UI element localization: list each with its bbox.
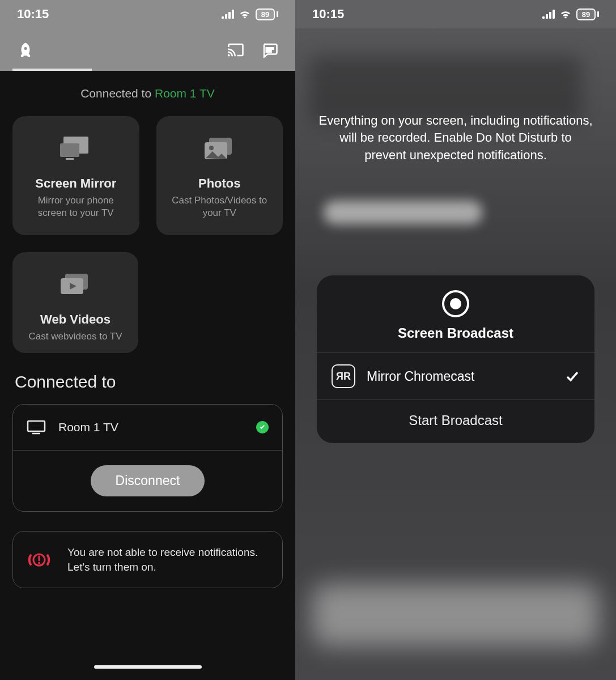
svg-rect-1: [60, 143, 79, 157]
notification-text: You are not able to receive notification…: [67, 545, 269, 574]
screen-broadcast-card: Screen Broadcast ЯR Mirror Chromecast St…: [317, 275, 594, 443]
wifi-icon: [239, 8, 251, 20]
tile-subtitle: Mirror your phone screen to your TV: [23, 194, 129, 219]
connected-device-row[interactable]: Room 1 TV: [13, 405, 282, 450]
disconnect-button[interactable]: Disconnect: [91, 465, 205, 496]
svg-point-12: [38, 562, 40, 564]
tile-web-videos[interactable]: Web Videos Cast webvideos to TV: [12, 252, 138, 353]
left-phone: 10:15 89 Connected to Room 1 TV Screen M…: [0, 0, 295, 680]
record-icon[interactable]: [442, 290, 469, 317]
tv-icon: [27, 419, 46, 435]
tile-subtitle: Cast webvideos to TV: [23, 330, 128, 343]
battery-level: 89: [576, 8, 596, 20]
battery-indicator: 89: [256, 8, 278, 20]
photos-icon: [201, 134, 237, 166]
status-indicators: 89: [222, 8, 278, 20]
cast-icon[interactable]: [227, 41, 244, 58]
section-heading-connected: Connected to: [15, 372, 283, 392]
connection-status-line: Connected to Room 1 TV: [12, 87, 283, 100]
broadcast-app-icon: ЯR: [332, 364, 355, 388]
wifi-icon: [559, 8, 572, 20]
rocket-icon[interactable]: [17, 41, 34, 58]
tile-title: Photos: [167, 176, 273, 191]
status-connected-icon: [256, 421, 269, 434]
cellular-icon: [222, 10, 234, 19]
status-time: 10:15: [17, 7, 49, 22]
alert-icon: [27, 547, 52, 572]
blurred-pill: [324, 201, 482, 224]
status-bar: 10:15 89: [295, 0, 616, 28]
connected-device-name: Room 1 TV: [58, 420, 118, 434]
chat-icon[interactable]: [261, 41, 278, 58]
broadcast-title: Screen Broadcast: [317, 325, 594, 341]
svg-point-5: [209, 146, 214, 150]
broadcast-warning-text: Everything on your screen, including not…: [318, 112, 593, 164]
connected-device-name-inline: Room 1 TV: [155, 87, 215, 100]
cellular-icon: [542, 10, 555, 19]
web-videos-icon: [57, 270, 94, 302]
checkmark-icon: [565, 369, 580, 384]
connected-device-card: Room 1 TV Disconnect: [12, 404, 283, 512]
tile-screen-mirror[interactable]: Screen Mirror Mirror your phone screen t…: [12, 116, 139, 235]
status-bar: 10:15 89: [0, 0, 295, 28]
tile-photos[interactable]: Photos Cast Photos/Videos to your TV: [156, 116, 283, 235]
status-time: 10:15: [312, 7, 344, 22]
status-indicators: 89: [542, 8, 599, 20]
start-broadcast-button[interactable]: Start Broadcast: [317, 400, 594, 443]
notification-permission-card[interactable]: You are not able to receive notification…: [12, 531, 283, 588]
tile-title: Screen Mirror: [23, 176, 129, 191]
blurred-bottom-region: [312, 584, 599, 646]
tab-indicator: [12, 69, 92, 71]
app-toolbar: [0, 28, 295, 71]
battery-level: 89: [256, 8, 275, 20]
right-phone: 10:15 89 Everything on your screen, incl…: [295, 0, 616, 680]
broadcast-app-name: Mirror Chromecast: [367, 369, 474, 384]
tile-subtitle: Cast Photos/Videos to your TV: [167, 194, 273, 219]
tile-title: Web Videos: [23, 312, 128, 327]
svg-rect-8: [28, 421, 45, 431]
screen-mirror-icon: [58, 134, 94, 166]
home-indicator[interactable]: [94, 665, 202, 669]
svg-rect-2: [66, 158, 74, 160]
broadcast-app-row[interactable]: ЯR Mirror Chromecast: [317, 352, 594, 400]
battery-indicator: 89: [576, 8, 599, 20]
